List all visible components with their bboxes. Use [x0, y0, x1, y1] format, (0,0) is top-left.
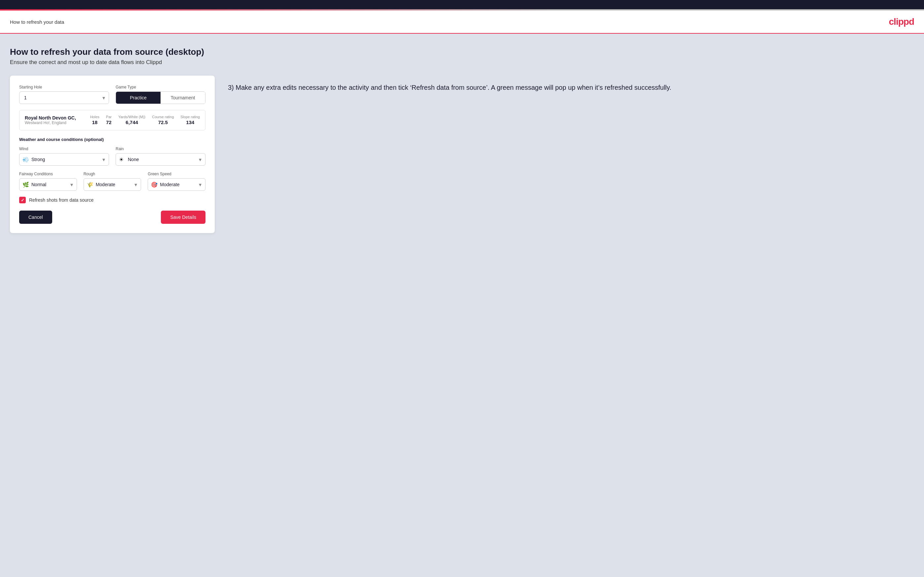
- par-stat: Par 72: [106, 115, 111, 126]
- buttons-row: Cancel Save Details: [19, 211, 205, 224]
- green-select-wrapper[interactable]: Moderate Slow Fast: [148, 178, 205, 191]
- game-type-group: Game Type Practice Tournament: [116, 85, 205, 104]
- course-rating-stat: Course rating 72.5: [152, 115, 174, 126]
- starting-hole-group: Starting Hole 1 10: [19, 85, 109, 104]
- wind-select[interactable]: Strong None Light Moderate: [19, 153, 109, 166]
- wind-select-wrapper[interactable]: Strong None Light Moderate: [19, 153, 109, 166]
- side-description-text: 3) Make any extra edits necessary to the…: [228, 82, 914, 93]
- par-label: Par: [106, 115, 111, 119]
- starting-hole-select-wrapper[interactable]: 1 10: [19, 92, 109, 104]
- rough-select-wrapper[interactable]: Moderate Light Heavy: [84, 178, 141, 191]
- wind-group: Wind Strong None Light Moderate: [19, 147, 109, 166]
- slope-rating-value: 134: [186, 119, 194, 125]
- refresh-checkbox-row[interactable]: Refresh shots from data source: [19, 197, 205, 203]
- course-name-col: Royal North Devon GC, Westward Ho!, Engl…: [25, 115, 84, 125]
- page-heading: How to refresh your data from source (de…: [10, 47, 914, 57]
- main-content: How to refresh your data from source (de…: [0, 34, 924, 577]
- fairway-select-wrapper[interactable]: Normal Soft Hard: [19, 178, 77, 191]
- content-area: Starting Hole 1 10 Game Type Practice To…: [10, 76, 914, 233]
- course-rating-value: 72.5: [158, 119, 168, 125]
- refresh-label: Refresh shots from data source: [29, 197, 94, 203]
- rain-select[interactable]: None Light Heavy: [116, 153, 205, 166]
- course-rating-label: Course rating: [152, 115, 174, 119]
- rough-select[interactable]: Moderate Light Heavy: [84, 178, 141, 191]
- green-speed-select[interactable]: Moderate Slow Fast: [148, 178, 205, 191]
- top-form-row: Starting Hole 1 10 Game Type Practice To…: [19, 85, 205, 104]
- rain-group: Rain None Light Heavy: [116, 147, 205, 166]
- game-type-buttons: Practice Tournament: [116, 92, 205, 104]
- logo: clippd: [889, 16, 914, 27]
- form-card: Starting Hole 1 10 Game Type Practice To…: [10, 76, 215, 233]
- page-subheading: Ensure the correct and most up to date d…: [10, 59, 914, 66]
- slope-rating-stat: Slope rating 134: [180, 115, 200, 126]
- par-value: 72: [106, 119, 111, 125]
- course-name: Royal North Devon GC,: [25, 115, 84, 121]
- practice-button[interactable]: Practice: [116, 92, 160, 104]
- starting-hole-select[interactable]: 1 10: [19, 92, 109, 104]
- tournament-button[interactable]: Tournament: [160, 92, 205, 104]
- side-description: 3) Make any extra edits necessary to the…: [228, 76, 914, 93]
- slope-rating-label: Slope rating: [180, 115, 200, 119]
- header: How to refresh your data clippd: [0, 11, 924, 34]
- rain-label: Rain: [116, 147, 205, 151]
- holes-value: 18: [92, 119, 97, 125]
- cancel-button[interactable]: Cancel: [19, 211, 52, 224]
- holes-label: Holes: [90, 115, 99, 119]
- fairway-group: Fairway Conditions Normal Soft Hard: [19, 172, 77, 191]
- surface-conditions-row: Fairway Conditions Normal Soft Hard Roug…: [19, 172, 205, 191]
- rain-select-wrapper[interactable]: None Light Heavy: [116, 153, 205, 166]
- game-type-label: Game Type: [116, 85, 205, 89]
- green-speed-group: Green Speed Moderate Slow Fast: [148, 172, 205, 191]
- yards-value: 6,744: [126, 119, 138, 125]
- save-button[interactable]: Save Details: [161, 211, 205, 224]
- starting-hole-label: Starting Hole: [19, 85, 109, 89]
- course-location: Westward Ho!, England: [25, 121, 84, 125]
- yards-label: Yards/White (M)): [118, 115, 145, 119]
- fairway-label: Fairway Conditions: [19, 172, 77, 176]
- rough-label: Rough: [84, 172, 141, 176]
- holes-stat: Holes 18: [90, 115, 99, 126]
- course-info-box: Royal North Devon GC, Westward Ho!, Engl…: [19, 110, 205, 131]
- refresh-checkbox[interactable]: [19, 197, 26, 203]
- rough-group: Rough Moderate Light Heavy: [84, 172, 141, 191]
- top-bar: [0, 0, 924, 9]
- wind-rain-row: Wind Strong None Light Moderate Rain: [19, 147, 205, 166]
- wind-label: Wind: [19, 147, 109, 151]
- header-title: How to refresh your data: [10, 19, 64, 25]
- fairway-select[interactable]: Normal Soft Hard: [19, 178, 77, 191]
- conditions-title: Weather and course conditions (optional): [19, 137, 205, 142]
- green-speed-label: Green Speed: [148, 172, 205, 176]
- conditions-section: Weather and course conditions (optional)…: [19, 137, 205, 191]
- yards-stat: Yards/White (M)) 6,744: [118, 115, 145, 126]
